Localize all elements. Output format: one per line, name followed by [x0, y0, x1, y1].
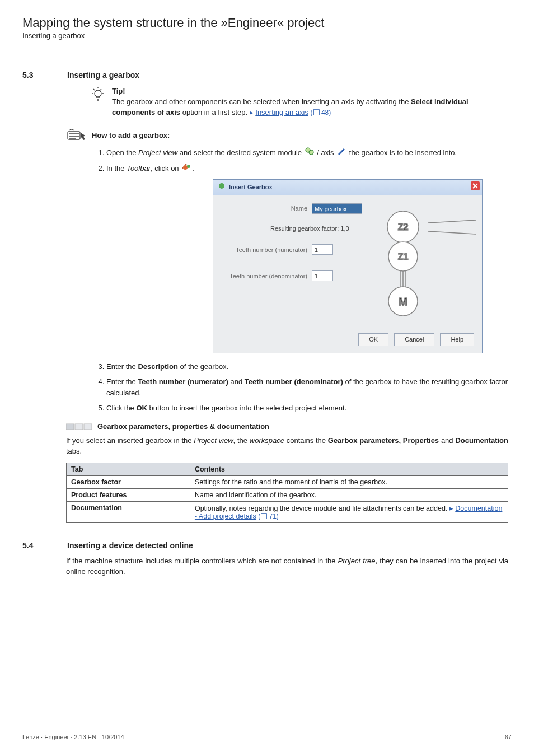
para-b: , the — [233, 436, 250, 445]
step-4: Enter the Teeth number (numerator) and T… — [106, 376, 509, 398]
svg-rect-21 — [75, 424, 83, 430]
svg-line-8 — [428, 220, 476, 223]
step3-bold: Description — [138, 362, 178, 371]
step4-mid: and — [228, 377, 245, 386]
step1-a: Open the — [106, 148, 138, 157]
input-numerator[interactable]: 1 — [312, 244, 333, 255]
tabs-table: Tab Contents Gearbox factor Settings for… — [66, 463, 508, 523]
step2-i: Toolbar — [127, 164, 151, 172]
step2-b: , click on — [151, 164, 181, 172]
section-number-54: 5.4 — [22, 541, 67, 550]
dialog-title: Insert Gearbox — [229, 183, 273, 192]
step4-a: Enter the — [106, 377, 138, 386]
step1-i: Project view — [138, 148, 177, 157]
para-e: tabs. — [66, 447, 82, 455]
gearbox-diagram: Z2 Z1 M — [383, 203, 479, 324]
footer-page-number: 67 — [505, 734, 512, 740]
paragraph-title: Gearbox parameters, properties & documen… — [97, 422, 269, 431]
separator-dashes: _ _ _ _ _ _ _ _ _ _ _ _ _ _ _ _ _ _ _ _ … — [22, 50, 512, 58]
pageref-48: (🞎 48) — [311, 109, 331, 116]
step-1: Open the Project view and select the des… — [106, 147, 509, 158]
step1-d: the gearbox is to be inserted into. — [349, 148, 457, 157]
s54-text: If the machine structure includes multip… — [66, 556, 508, 577]
svg-line-9 — [428, 231, 476, 234]
svg-point-4 — [183, 165, 188, 170]
step4-bold1: Teeth number (numerator) — [138, 377, 228, 386]
paragraph-text: If you select an inserted gearbox in the… — [66, 435, 508, 457]
td-r3c2a: Optionally, notes regarding the device m… — [195, 505, 449, 512]
para-c: contains the — [284, 436, 328, 445]
section-number-53: 5.3 — [22, 71, 67, 80]
step2-c: . — [192, 164, 194, 172]
svg-rect-20 — [66, 424, 74, 430]
step1-b: and select the desired system module — [177, 148, 303, 157]
svg-point-5 — [187, 165, 190, 168]
insert-gearbox-dialog-screenshot: Insert Gearbox Name My gearbox Resulting… — [213, 179, 509, 353]
cancel-button[interactable]: Cancel — [394, 333, 434, 346]
step-3: Enter the Description of the gearbox. — [106, 361, 509, 372]
s54-i: Project tree — [338, 557, 376, 565]
td-r3c1: Documentation — [67, 501, 190, 522]
para-i1: Project view — [194, 436, 233, 445]
pageref-71: (🞎 71) — [258, 512, 279, 520]
input-name[interactable]: My gearbox — [312, 203, 362, 214]
section-heading-54: Inserting a device detected online — [67, 541, 193, 550]
tip-text-b: option in a first step. — [180, 108, 250, 116]
step5-b: button to insert the gearbox into the se… — [147, 404, 346, 412]
tip-text: The gearbox and other components can be … — [112, 97, 504, 118]
tip-label: Tip! — [112, 86, 504, 97]
td-r1c2: Settings for the ratio and the moment of… — [190, 475, 508, 488]
tip-text-a: The gearbox and other components can be … — [112, 97, 411, 106]
step1-c: / axis — [317, 148, 336, 157]
svg-text:M: M — [399, 296, 408, 308]
chapter-subtitle: Inserting a gearbox — [22, 31, 512, 40]
td-r2c1: Product features — [67, 488, 190, 501]
tab-strip-icon — [66, 422, 92, 432]
label-result: Resulting gearbox factor: 1,0 — [270, 224, 372, 234]
howto-label: How to add a gearbox: — [92, 131, 170, 139]
footer-left: Lenze · Engineer · 2.13 EN - 10/2014 — [22, 734, 124, 740]
para-bold1: Gearbox parameters, Properties — [328, 436, 439, 445]
svg-text:Z1: Z1 — [398, 252, 409, 262]
svg-point-3 — [309, 150, 313, 155]
gearbox-toolbar-icon — [182, 163, 191, 175]
para-i2: workspace — [250, 436, 284, 445]
link-inserting-axis[interactable]: Inserting an axis — [255, 108, 308, 116]
step-2: In the Toolbar, click on . Insert Gearbo… — [106, 163, 509, 353]
section-heading-53: Inserting a gearbox — [67, 71, 139, 80]
para-bold2: Documentation — [455, 436, 508, 445]
step2-a: In the — [106, 164, 127, 172]
module-icon — [305, 147, 314, 158]
s54-a: If the machine structure includes multip… — [66, 557, 338, 565]
td-r3c2: Optionally, notes regarding the device m… — [190, 501, 508, 522]
axis-icon — [337, 147, 346, 158]
svg-point-6 — [219, 183, 224, 189]
th-tab: Tab — [67, 463, 190, 475]
label-name: Name — [223, 204, 307, 213]
label-numerator: Teeth number (numerator) — [223, 245, 307, 255]
label-denominator: Teeth number (denominator) — [223, 272, 307, 281]
step3-a: Enter the — [106, 362, 138, 371]
procedure-icon — [67, 128, 86, 143]
para-a: If you select an inserted gearbox in the — [66, 436, 194, 445]
th-contents: Contents — [190, 463, 508, 475]
lightbulb-icon — [91, 86, 105, 105]
td-r1c1: Gearbox factor — [67, 475, 190, 488]
step3-b: of the gearbox. — [178, 362, 228, 371]
svg-rect-22 — [84, 424, 92, 430]
chapter-title: Mapping the system structure in the »Eng… — [22, 16, 512, 30]
help-button[interactable]: Help — [440, 333, 474, 346]
svg-point-0 — [95, 90, 101, 97]
step5-a: Click the — [106, 404, 136, 412]
para-d: and — [439, 436, 455, 445]
svg-text:Z2: Z2 — [398, 222, 409, 232]
step5-bold: OK — [136, 404, 147, 412]
input-denominator[interactable]: 1 — [312, 270, 333, 281]
step4-bold2: Teeth number (denominator) — [245, 377, 343, 386]
dialog-title-icon — [218, 182, 226, 193]
td-r2c2: Name and identification of the gearbox. — [190, 488, 508, 501]
ok-button[interactable]: OK — [358, 333, 388, 346]
close-icon[interactable] — [471, 181, 480, 193]
step-5: Click the OK button to insert the gearbo… — [106, 403, 509, 414]
